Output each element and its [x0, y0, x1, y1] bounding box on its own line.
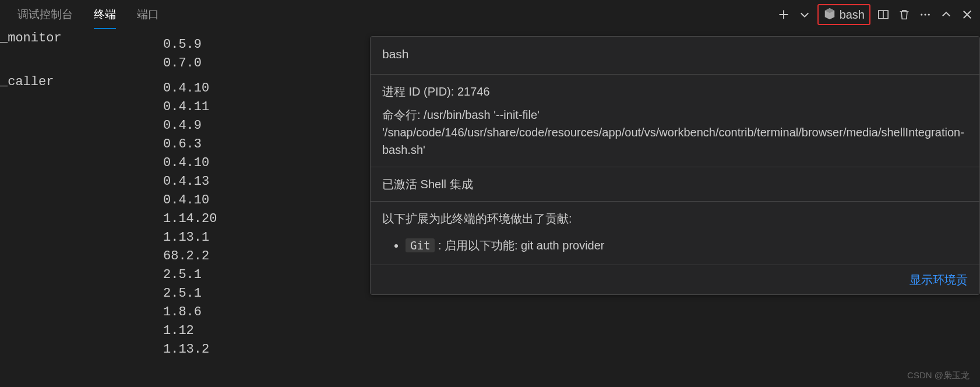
terminal-toolbar: bash	[775, 0, 975, 29]
terminal-profile-label: bash	[840, 8, 865, 22]
tab-terminal[interactable]: 终端	[83, 0, 126, 29]
package-version: 0.4.11	[163, 98, 209, 117]
extension-name-pill: Git	[406, 238, 435, 252]
terminal-line: 1.12	[0, 322, 980, 340]
tooltip-contrib-heading: 以下扩展为此终端的环境做出了贡献:	[382, 210, 968, 227]
close-icon[interactable]	[959, 6, 975, 23]
package-version: 1.13.1	[163, 228, 209, 247]
package-version: 2.5.1	[163, 284, 202, 303]
package-version: 0.4.10	[163, 191, 209, 210]
package-version: 0.5.9	[163, 36, 202, 54]
terminal-line: 1.8.6	[0, 303, 980, 322]
more-icon[interactable]	[917, 6, 933, 23]
trash-icon[interactable]	[896, 6, 912, 23]
package-version: 1.8.6	[163, 303, 202, 322]
package-version: 1.12	[163, 322, 194, 340]
tooltip-title: bash	[382, 45, 968, 64]
tooltip-pid: 进程 ID (PID): 21746	[382, 83, 968, 100]
extension-desc: : 启用以下功能: git auth provider	[435, 239, 604, 252]
svg-point-2	[924, 13, 926, 15]
tooltip-contrib-item: Git : 启用以下功能: git auth provider	[406, 234, 968, 256]
chevron-up-icon[interactable]	[938, 6, 954, 23]
package-version: 0.4.9	[163, 117, 202, 135]
package-version: 1.14.20	[163, 210, 217, 228]
package-version: 2.5.1	[163, 266, 202, 284]
terminal-icon	[823, 8, 836, 21]
package-version: 0.6.3	[163, 135, 202, 154]
chevron-down-icon[interactable]	[796, 6, 813, 23]
tab-ports[interactable]: 端口	[126, 0, 170, 29]
package-version: 0.4.13	[163, 173, 209, 191]
watermark: CSDN @枭玉龙	[907, 370, 970, 381]
svg-point-3	[928, 13, 930, 15]
package-name: _monitor	[0, 29, 163, 48]
svg-point-1	[921, 13, 922, 15]
show-environment-link[interactable]: 显示环境贡	[371, 265, 979, 294]
tooltip-cmdline: 命令行: /usr/bin/bash '--init-file' '/snap/…	[382, 106, 968, 159]
tab-debug-console[interactable]: 调试控制台	[7, 0, 83, 29]
package-version: 0.4.10	[163, 154, 209, 173]
split-terminal-icon[interactable]	[875, 6, 891, 23]
package-name: _caller	[0, 73, 163, 92]
package-version: 0.4.10	[163, 79, 209, 98]
package-version: 68.2.2	[163, 247, 209, 266]
new-terminal-icon[interactable]	[775, 6, 792, 23]
terminal-hover-tooltip: bash 进程 ID (PID): 21746 命令行: /usr/bin/ba…	[370, 36, 980, 295]
terminal-profile-bash[interactable]: bash	[817, 4, 870, 25]
tooltip-shell-integration: 已激活 Shell 集成	[382, 175, 968, 193]
package-version: 1.13.2	[163, 340, 209, 359]
terminal-line: 1.13.2	[0, 340, 980, 359]
package-version: 0.7.0	[163, 54, 202, 73]
panel-tabs: 调试控制台 终端 端口 bash	[0, 0, 980, 29]
